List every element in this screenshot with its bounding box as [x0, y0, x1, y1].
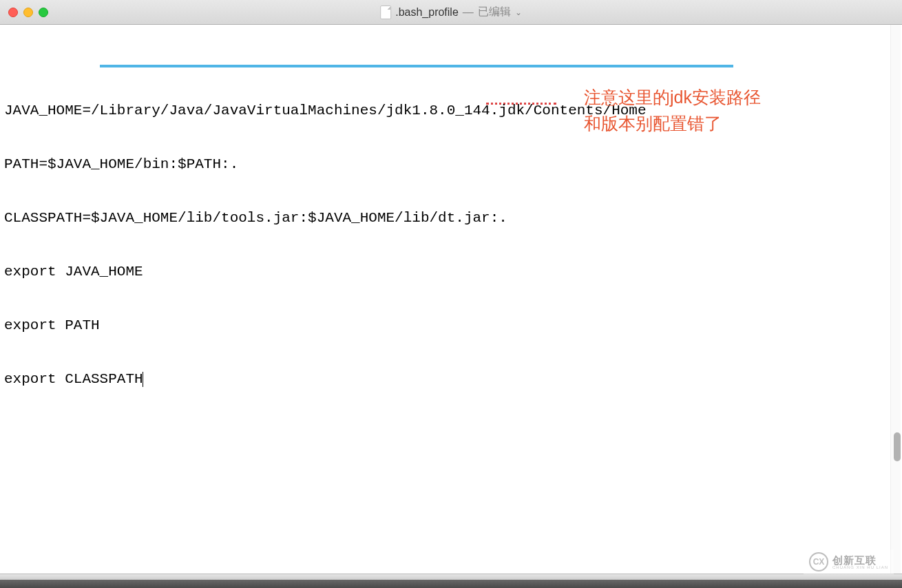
- window-filename: .bash_profile: [395, 6, 459, 19]
- minimize-button[interactable]: [23, 8, 33, 17]
- watermark-logo: CX 创新互联 CHUANG XIN HU LIAN: [804, 549, 894, 574]
- text-editor[interactable]: JAVA_HOME=/Library/Java/JavaVirtualMachi…: [0, 25, 902, 578]
- scrollbar-thumb[interactable]: [894, 432, 901, 461]
- code-line-4: export JAVA_HOME: [4, 263, 898, 281]
- window-titlebar: .bash_profile — 已编辑 ⌄: [0, 0, 902, 25]
- close-button[interactable]: [8, 8, 18, 17]
- code-line-5: export PATH: [4, 317, 898, 335]
- code-line-6: export CLASSPATH: [4, 370, 898, 388]
- watermark-sub: CHUANG XIN HU LIAN: [832, 565, 888, 569]
- code-line-6-text: export CLASSPATH: [4, 371, 143, 387]
- code-line-1: JAVA_HOME=/Library/Java/JavaVirtualMachi…: [4, 102, 898, 120]
- annotation-line-1: 注意这里的jdk安装路径: [584, 84, 761, 110]
- file-icon: [380, 6, 391, 19]
- title-separator: —: [463, 6, 474, 19]
- watermark-main: 创新互联: [832, 555, 888, 565]
- window-title[interactable]: .bash_profile — 已编辑 ⌄: [380, 5, 522, 19]
- text-cursor: [143, 372, 143, 387]
- traffic-lights: [0, 8, 48, 17]
- window-status: 已编辑: [478, 5, 511, 19]
- highlight-underline: [100, 65, 733, 67]
- annotation-callout: 注意这里的jdk安装路径 和版本别配置错了: [584, 84, 761, 136]
- code-line-3: CLASSPATH=$JAVA_HOME/lib/tools.jar:$JAVA…: [4, 209, 898, 227]
- bottom-status-bar: [0, 578, 902, 588]
- scrollbar-track[interactable]: [890, 25, 901, 578]
- watermark-text: 创新互联 CHUANG XIN HU LIAN: [832, 555, 888, 569]
- watermark-badge-icon: CX: [809, 552, 828, 571]
- code-line-2: PATH=$JAVA_HOME/bin:$PATH:.: [4, 156, 898, 174]
- zoom-button[interactable]: [39, 8, 48, 17]
- chevron-down-icon[interactable]: ⌄: [515, 8, 522, 17]
- annotation-line-2: 和版本别配置错了: [584, 110, 761, 136]
